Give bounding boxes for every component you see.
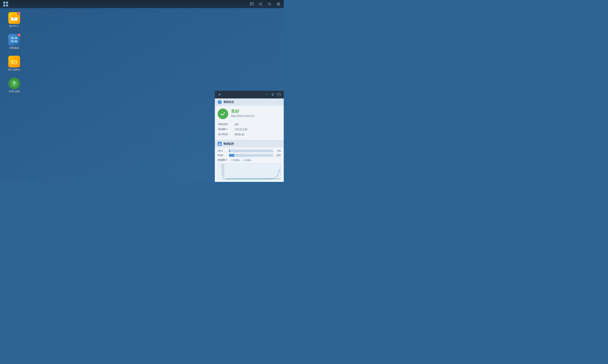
svg-rect-21 [13, 15, 15, 17]
system-status-card: i 系统状况 良好 您的 DDSM 运转正常。 [215, 98, 284, 140]
desktop-icons: 3 套件中心 1 [6, 12, 22, 93]
network-row: 局域网 ↑ 3 KB/s ↓ 4 KB/s [218, 158, 281, 162]
desktop-icon-control-panel[interactable]: 1 控制面板 [6, 34, 22, 50]
svg-text:?: ? [13, 81, 15, 86]
svg-rect-45 [220, 144, 221, 145]
resource-monitor-title: 资源监控 [223, 142, 234, 146]
svg-rect-40 [278, 93, 280, 96]
system-status-card-header: i 系统状况 [215, 98, 284, 106]
user-icon[interactable] [258, 1, 264, 7]
resource-monitor-header: 资源监控 [215, 140, 284, 147]
widget-pin-button[interactable] [271, 92, 275, 97]
ctrl-panel-icon-wrapper: 1 [8, 34, 20, 46]
desktop: 3 套件中心 1 [0, 8, 284, 182]
menu-icon[interactable] [276, 1, 281, 7]
network-dropdown-arrow[interactable] [225, 160, 227, 161]
file-station-label: File Station [8, 68, 20, 72]
svg-rect-1 [6, 2, 8, 4]
uptime-label: 运行时间 [218, 132, 234, 137]
lan-dropdown-arrow[interactable] [226, 129, 228, 130]
ctrl-panel-label: 控制面板 [9, 47, 19, 50]
svg-rect-9 [277, 3, 280, 3]
svg-rect-44 [220, 143, 220, 145]
system-status-title: 系统状况 [223, 100, 234, 104]
status-check-icon [218, 109, 228, 119]
system-info-table: 系统名称 a51 局域网 172.21.2.51 运行时间 [218, 121, 281, 137]
svg-rect-2 [3, 4, 5, 6]
chart-area [225, 164, 281, 180]
svg-rect-23 [13, 19, 15, 19]
resource-monitor-card: 资源监控 CPU 2% RAM 12% [215, 140, 284, 182]
dsm-help-label: DSM 说明 [9, 90, 20, 93]
cpu-label: CPU [218, 149, 227, 152]
system-name-value: a51 [235, 122, 280, 127]
resource-monitor-icon [218, 142, 222, 146]
ram-progress-fill [229, 154, 234, 157]
search-icon[interactable] [267, 1, 272, 7]
messages-icon[interactable] [249, 1, 254, 7]
svg-point-6 [260, 3, 262, 4]
svg-rect-22 [13, 18, 15, 18]
network-chart: 350 300 250 200 150 100 50 0 [218, 163, 281, 180]
download-speed: ↓ 4 KB/s [242, 159, 251, 162]
svg-rect-42 [218, 144, 219, 145]
system-name-label: 系统名称 [218, 122, 234, 127]
lan-value: 172.21.2.51 [235, 127, 280, 132]
widget-close-button[interactable] [277, 92, 281, 97]
svg-rect-11 [277, 5, 280, 5]
dsm-help-icon: ? [8, 78, 20, 89]
lan-row: 局域网 172.21.2.51 [218, 127, 280, 132]
pkg-center-badge: 3 [17, 11, 21, 15]
file-station-icon-wrapper [8, 56, 20, 67]
taskbar-left [2, 1, 9, 7]
widget-minimize-button[interactable]: – [265, 92, 269, 97]
ctrl-panel-badge: 1 [17, 33, 21, 37]
pkg-center-icon-wrapper: 3 [8, 12, 20, 24]
status-sub-label: 您的 DDSM 运转正常。 [231, 115, 257, 118]
svg-point-7 [268, 3, 270, 5]
lan-label: 局域网 [218, 127, 234, 132]
system-status-icon: i [218, 100, 222, 104]
cpu-progress-fill [229, 149, 230, 152]
upload-speed: ↑ 3 KB/s [231, 159, 240, 162]
desktop-icon-dsm-help[interactable]: ? DSM 说明 [6, 78, 22, 93]
chart-y-axis: 350 300 250 200 150 100 50 0 [218, 164, 225, 180]
network-label: 局域网 [218, 158, 229, 162]
desktop-icon-file-station[interactable]: File Station [6, 56, 22, 72]
cpu-progress-bg [229, 149, 273, 152]
synology-logo[interactable] [2, 1, 9, 7]
desktop-icon-pkg-center[interactable]: 3 套件中心 [6, 12, 22, 28]
system-status-body: 良好 您的 DDSM 运转正常。 系统名称 a51 局域网 [215, 106, 284, 140]
network-speeds: ↑ 3 KB/s ↓ 4 KB/s [231, 159, 251, 162]
resource-monitor-body: CPU 2% RAM 12% 局域网 [215, 147, 284, 182]
cpu-percent: 2% [275, 149, 281, 152]
svg-line-8 [270, 5, 271, 6]
svg-rect-46 [225, 164, 281, 180]
ram-label: RAM [218, 154, 227, 157]
svg-point-35 [14, 62, 15, 63]
widget-add-button[interactable]: + [217, 92, 222, 97]
status-text-group: 良好 您的 DDSM 运转正常。 [231, 109, 257, 118]
svg-rect-3 [6, 4, 8, 6]
status-good-label: 良好 [231, 109, 257, 114]
taskbar [0, 0, 284, 8]
ram-row: RAM 12% [218, 154, 281, 157]
uptime-value: 00:01:10 [235, 132, 280, 137]
widget-panel: + – i 系统状况 [215, 91, 284, 182]
system-name-row: 系统名称 a51 [218, 122, 280, 127]
cpu-row: CPU 2% [218, 149, 281, 152]
ram-percent: 12% [275, 154, 281, 157]
taskbar-right [249, 1, 281, 7]
uptime-row: 运行时间 00:01:10 [218, 132, 280, 137]
status-row: 良好 您的 DDSM 运转正常。 [218, 109, 281, 119]
file-station-icon [8, 56, 20, 67]
dsm-help-icon-wrapper: ? [8, 78, 20, 89]
svg-rect-0 [3, 2, 5, 4]
ram-progress-bg [229, 154, 273, 157]
widget-header: + – [215, 91, 284, 98]
pkg-center-label: 套件中心 [9, 25, 19, 28]
svg-rect-10 [277, 4, 280, 4]
svg-rect-43 [219, 143, 220, 145]
